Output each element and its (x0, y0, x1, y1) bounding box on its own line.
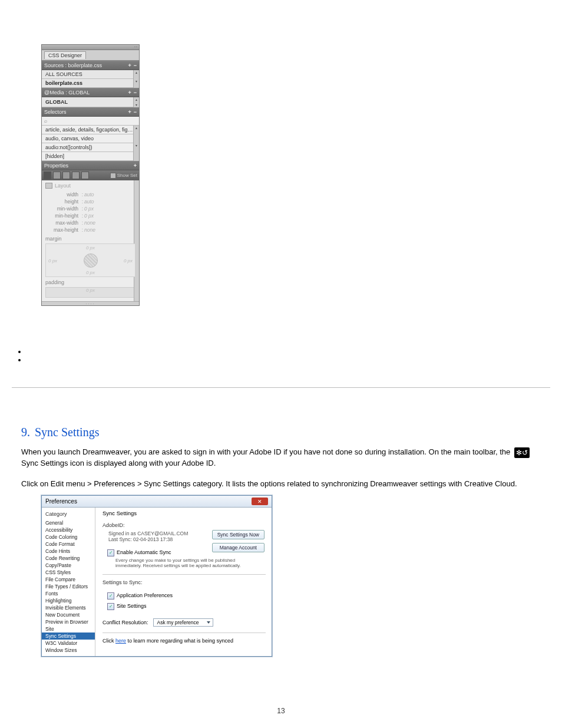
padding-top-value[interactable]: 0 px (86, 288, 95, 293)
category-item[interactable]: Accessibility (42, 526, 95, 533)
pane-title: Sync Settings (103, 510, 266, 516)
panel-tab-row: CSS Designer (42, 50, 139, 61)
section-divider (12, 387, 550, 388)
property-category-icons: Show Set (42, 170, 139, 180)
media-remove-icon[interactable]: − (134, 90, 137, 95)
selector-item[interactable]: [hidden] (42, 152, 139, 161)
selectors-header-label: Selectors (44, 109, 67, 115)
enable-auto-sync-checkbox[interactable]: ✓ (107, 549, 114, 556)
properties-add-icon[interactable]: + (134, 163, 137, 169)
close-icon[interactable]: ✕ (252, 498, 268, 505)
sources-item-boilerplate[interactable]: boilerplate.css (42, 79, 139, 88)
sources-remove-icon[interactable]: − (134, 62, 137, 68)
layout-section-label: Layout (55, 183, 71, 189)
properties-scrollbar[interactable] (134, 180, 139, 301)
sources-item-all[interactable]: ALL SOURCES (42, 70, 139, 79)
media-scrollbar[interactable]: ▴▾ (133, 97, 139, 107)
site-settings-label: Site Settings (117, 603, 147, 609)
sources-header: Sources : boilerplate.css + − (42, 61, 139, 70)
media-item-global[interactable]: GLOBAL (42, 97, 139, 107)
category-item[interactable]: File Types / Editors (42, 583, 95, 590)
properties-header-label: Properties (44, 163, 68, 169)
body-paragraph: Click on Edit menu > Preferences > Sync … (21, 479, 540, 489)
background-category-icon[interactable] (72, 172, 80, 179)
category-item[interactable]: Sync Settings (42, 633, 95, 640)
panel-drag-handle[interactable]: ·· (42, 45, 139, 50)
category-item[interactable]: Highlighting (42, 597, 95, 604)
dialog-title-bar[interactable]: Preferences ✕ (42, 496, 272, 508)
category-item[interactable]: Fonts (42, 590, 95, 597)
para-text: When you launch Dreamweaver, you are ask… (21, 447, 513, 456)
enable-auto-sync-label: Enable Automatic Sync (117, 549, 171, 555)
category-item[interactable]: File Compare (42, 576, 95, 583)
text-category-icon[interactable] (53, 172, 61, 179)
margin-bottom-value[interactable]: 0 px (86, 270, 95, 275)
category-column-header: Category (42, 510, 95, 519)
margin-left-value[interactable]: 0 px (48, 258, 57, 263)
panel-resize-grip[interactable]: ···· (42, 301, 139, 305)
category-item[interactable]: Code Coloring (42, 533, 95, 541)
adobeid-label: AdobeID: (103, 522, 266, 528)
padding-label: padding (45, 279, 135, 285)
padding-box-model[interactable]: 0 px (45, 287, 135, 298)
category-item[interactable]: Code Rewriting (42, 555, 95, 562)
dialog-title: Preferences (45, 498, 77, 505)
conflict-resolution-dropdown[interactable]: Ask my preference (153, 618, 213, 627)
prop-row[interactable]: max-height:none (45, 226, 135, 233)
learn-more-link[interactable]: here (115, 638, 126, 644)
empty-bullet-list (16, 347, 27, 364)
layout-category-icon[interactable] (44, 172, 51, 179)
body-paragraph: When you launch Dreamweaver, you are ask… (21, 447, 540, 469)
prop-row[interactable]: height:auto (45, 198, 135, 205)
category-item[interactable]: New Document (42, 611, 95, 618)
prop-row[interactable]: min-width:0 px (45, 205, 135, 212)
learn-more-line: Click here to learn more regarding what … (103, 638, 266, 644)
media-header: @Media : GLOBAL + − (42, 88, 139, 97)
category-item[interactable]: Preview in Browser (42, 618, 95, 625)
selectors-scrollbar[interactable]: ▴▾ (133, 126, 139, 161)
app-prefs-checkbox[interactable]: ✓ (107, 592, 114, 599)
learn-more-prefix: Click (103, 638, 115, 644)
prop-row[interactable]: width:auto (45, 191, 135, 198)
others-category-icon[interactable] (81, 172, 89, 179)
margin-top-value[interactable]: 0 px (86, 245, 95, 251)
category-item[interactable]: Site (42, 625, 95, 633)
properties-body: Layout width:auto height:auto min-width:… (42, 180, 139, 301)
chevron-down-icon (207, 621, 210, 624)
margin-box-model[interactable]: 0 px 0 px 0 px 0 px (45, 243, 135, 277)
prop-row[interactable]: min-height:0 px (45, 212, 135, 219)
prop-row[interactable]: max-width:none (45, 219, 135, 226)
enable-auto-sync-description: Every change you make to your settings w… (103, 558, 257, 568)
category-item[interactable]: Code Format (42, 541, 95, 548)
sync-now-button[interactable]: Sync Settings Now (212, 530, 265, 539)
manage-account-button[interactable]: Manage Account (212, 543, 265, 552)
settings-pane: Sync Settings AdobeID: Signed in as CASE… (95, 508, 272, 656)
selectors-remove-icon[interactable]: − (134, 109, 137, 115)
divider (103, 633, 266, 633)
selector-item[interactable]: article, aside, details, figcaption, fig… (42, 126, 139, 134)
margin-right-value[interactable]: 0 px (124, 258, 133, 263)
category-list: Category GeneralAccessibilityCode Colori… (42, 508, 95, 656)
category-item[interactable]: General (42, 519, 95, 526)
category-item[interactable]: CSS Styles (42, 569, 95, 576)
selector-item[interactable]: audio, canvas, video (42, 134, 139, 143)
border-category-icon[interactable] (62, 172, 70, 179)
category-item[interactable]: Window Sizes (42, 647, 95, 654)
sources-scrollbar[interactable]: ▴▾ (133, 70, 139, 88)
category-item[interactable]: Invisible Elements (42, 604, 95, 611)
app-prefs-label: Application Preferences (117, 592, 173, 598)
selector-item[interactable]: audio:not([controls]) (42, 143, 139, 152)
site-settings-checkbox[interactable]: ✓ (107, 603, 114, 610)
selectors-add-icon[interactable]: + (128, 109, 131, 115)
category-item[interactable]: Code Hints (42, 548, 95, 555)
layout-section-title: Layout (45, 183, 135, 189)
sources-add-icon[interactable]: + (128, 62, 131, 68)
category-item[interactable]: Copy/Paste (42, 562, 95, 569)
settings-to-sync-label: Settings to Sync: (103, 579, 266, 585)
selectors-search-input[interactable]: ⌕ (42, 117, 139, 126)
tab-css-designer[interactable]: CSS Designer (44, 51, 86, 59)
category-item[interactable]: W3C Validator (42, 640, 95, 647)
para-text: Sync Settings icon is displayed along wi… (21, 459, 216, 467)
media-add-icon[interactable]: + (128, 90, 131, 95)
show-set-checkbox[interactable] (110, 173, 116, 179)
